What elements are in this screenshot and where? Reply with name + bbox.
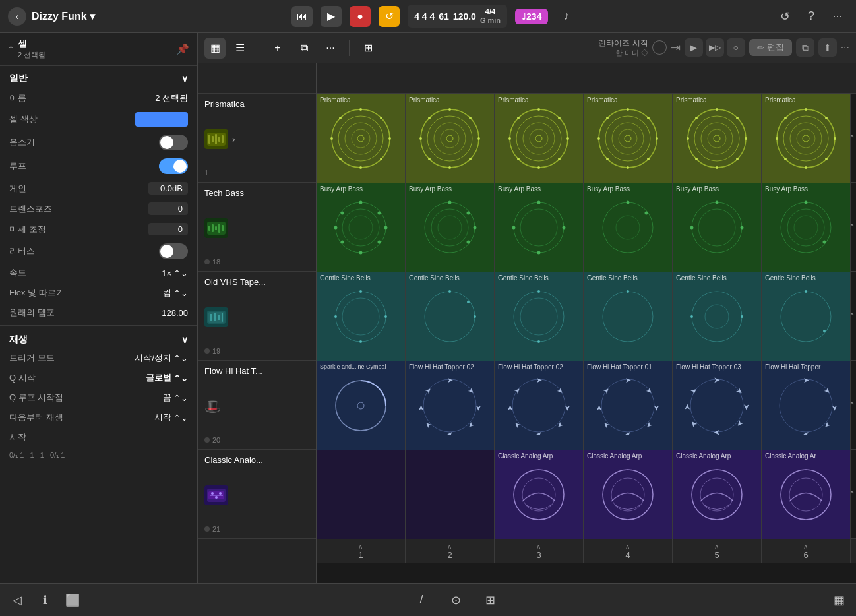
loop-button[interactable]: ↺ bbox=[379, 6, 400, 27]
cell-analog-6[interactable]: Classic Analog Ar bbox=[762, 450, 851, 539]
grid-view-button[interactable]: ▦ bbox=[204, 38, 226, 59]
pin-icon[interactable]: 📌 bbox=[176, 43, 189, 55]
cell-analog-2[interactable] bbox=[406, 450, 495, 539]
hint-arrow[interactable]: ⇥ bbox=[671, 40, 681, 55]
qloop-value[interactable]: 끔 ⌃⌄ bbox=[163, 392, 188, 404]
help-icon[interactable]: ? bbox=[801, 6, 822, 27]
list-view-button[interactable]: ☰ bbox=[229, 38, 251, 59]
play-sm-button[interactable]: ▶ bbox=[685, 38, 703, 57]
row-arrow-prismatica[interactable]: ⌃⌄ bbox=[851, 94, 856, 183]
cell-prismatica-2[interactable]: Prismatica bbox=[406, 94, 495, 183]
row-arrow-flowhihat[interactable]: ⌃⌄ bbox=[851, 361, 856, 450]
cell-bass-2[interactable]: Busy Arp Bass bbox=[406, 183, 495, 272]
mute-toggle[interactable] bbox=[159, 135, 188, 150]
play-chevron[interactable]: ∨ bbox=[181, 334, 188, 345]
cell-prismatica-4[interactable]: Prismatica bbox=[584, 94, 673, 183]
track-label-flowhihat[interactable]: Flow Hi Hat T... 🎩 20 bbox=[198, 361, 316, 450]
cell-bass-6[interactable]: Busy Arp Bass bbox=[762, 183, 851, 272]
cell-analog-3[interactable]: Classic Analog Arp bbox=[495, 450, 584, 539]
loop-toggle[interactable] bbox=[159, 158, 188, 174]
cell-analog-1[interactable] bbox=[317, 450, 406, 539]
record-sm-button[interactable]: ○ bbox=[727, 38, 745, 57]
track-label-techbass[interactable]: Tech Bass bbox=[198, 183, 316, 272]
cell-bass-3[interactable]: Busy Arp Bass bbox=[495, 183, 584, 272]
fine-value[interactable]: 0 bbox=[148, 223, 188, 235]
add-scene-button[interactable]: + bbox=[267, 38, 288, 59]
scene-num-2[interactable]: ∧2 bbox=[406, 539, 495, 563]
cell-flowhihat-2[interactable]: Flow Hi Hat Topper 02 ➤ ➤ ➤ ➤ ➤ bbox=[406, 361, 495, 450]
svg-point-123 bbox=[563, 226, 566, 229]
rewind-button[interactable]: ⏮ bbox=[291, 6, 313, 27]
share-button[interactable]: ⬆ bbox=[818, 38, 837, 57]
count-badge[interactable]: ♩234 bbox=[515, 9, 548, 24]
info-icon[interactable]: ℹ bbox=[34, 590, 55, 611]
cell-bass-5[interactable]: Busy Arp Bass bbox=[673, 183, 762, 272]
cell-prismatica-1[interactable]: Prismatica bbox=[317, 94, 406, 183]
cell-teal-6[interactable]: Gentle Sine Bells bbox=[762, 272, 851, 361]
reverb-toggle[interactable] bbox=[159, 243, 188, 259]
track-label-classicanalog[interactable]: Classic Analo... bbox=[198, 450, 316, 539]
cell-teal-3[interactable]: Gentle Sine Bells bbox=[495, 272, 584, 361]
cell-prismatica-3[interactable]: Prismatica bbox=[495, 94, 584, 183]
cell-teal-2[interactable]: Gentle Sine Bells bbox=[406, 272, 495, 361]
cell-prismatica-6[interactable]: Prismatica bbox=[762, 94, 851, 183]
svg-text:➤: ➤ bbox=[512, 420, 522, 430]
nextplay-value[interactable]: 시작 ⌃⌄ bbox=[154, 412, 188, 423]
cell-flowhihat-6[interactable]: Flow Hi Hal Topper ➤ ➤ ➤ ➤ ➤ bbox=[762, 361, 851, 450]
more-button[interactable]: ··· bbox=[320, 38, 341, 59]
mixer-icon[interactable]: ⊞ bbox=[479, 590, 501, 611]
nav-back-icon[interactable]: ◁ bbox=[7, 590, 28, 611]
play-button[interactable]: ▶ bbox=[321, 6, 342, 27]
scene-num-3[interactable]: ∧3 bbox=[495, 539, 584, 563]
cell-teal-1[interactable]: Gentle Sine Bells bbox=[317, 272, 406, 361]
scene-num-5[interactable]: ∧5 bbox=[673, 539, 762, 563]
brightness-icon[interactable]: ⊙ bbox=[445, 590, 466, 611]
color-swatch[interactable] bbox=[135, 112, 188, 127]
row-arrow-techbass[interactable]: ⌃⌄ bbox=[851, 183, 856, 272]
row-arrow-oldvhs[interactable]: ⌃⌄ bbox=[851, 272, 856, 361]
cell-bass-4[interactable]: Busy Arp Bass bbox=[584, 183, 673, 272]
svg-rect-16 bbox=[218, 315, 220, 320]
keyboard-icon[interactable]: ▦ bbox=[828, 590, 849, 611]
trigger-value[interactable]: 시작/정지 ⌃⌄ bbox=[135, 352, 188, 364]
general-chevron[interactable]: ∨ bbox=[181, 73, 188, 84]
cell-analog-4[interactable]: Classic Analog Arp bbox=[584, 450, 673, 539]
more-icon[interactable]: ··· bbox=[827, 6, 848, 27]
track-expand-prismatica[interactable]: › bbox=[232, 134, 235, 144]
hint-circle[interactable] bbox=[652, 40, 667, 55]
cell-analog-5[interactable]: Classic Analog Arp bbox=[673, 450, 762, 539]
cell-flowhihat-3[interactable]: Flow Hi Hat Topper 02 ➤ ➤ ➤ ➤ ➤ ➤ ➤ bbox=[495, 361, 584, 450]
svg-rect-7 bbox=[208, 226, 210, 231]
cell-flowhihat-5[interactable]: Flow Hi Hat Topper 03 ➤ ➤ ➤ ➤ ➤ ➤ ➤ bbox=[673, 361, 762, 450]
pencil-icon[interactable]: / bbox=[411, 590, 432, 611]
track-label-prismatica[interactable]: Prismatica › bbox=[198, 94, 316, 183]
dup-button[interactable]: ⧉ bbox=[293, 38, 315, 59]
gain-value[interactable]: 0.0dB bbox=[148, 182, 188, 195]
cell-flowhihat-4[interactable]: Flow Hi Hat Topper 01 ➤ ➤ ➤ ➤ ➤ ➤ ➤ bbox=[584, 361, 673, 450]
row-arrow-classicanalog[interactable]: ⌃⌄ bbox=[851, 450, 856, 539]
cell-teal-5[interactable]: Gentle Sine Bells bbox=[673, 272, 762, 361]
edit-button[interactable]: ✏ 편집 bbox=[749, 39, 792, 56]
scene-icon[interactable]: ⊞ bbox=[357, 38, 379, 59]
cell-prismatica-5[interactable]: Prismatica bbox=[673, 94, 762, 183]
flex-value[interactable]: 컴 ⌃⌄ bbox=[163, 287, 188, 299]
panel-icon[interactable]: ⬜ bbox=[62, 590, 83, 611]
history-icon[interactable]: ↺ bbox=[774, 6, 795, 27]
cell-bass-1[interactable]: Busy Arp Bass bbox=[317, 183, 406, 272]
copy-button[interactable]: ⧉ bbox=[796, 38, 814, 57]
project-name[interactable]: Dizzy Funk ▾ bbox=[32, 10, 95, 22]
record-button[interactable]: ● bbox=[350, 6, 371, 27]
qstart-value[interactable]: 글로벌 ⌃⌄ bbox=[146, 372, 188, 384]
scene-num-6[interactable]: ∧6 bbox=[762, 539, 851, 563]
track-label-oldvhs[interactable]: Old VHS Tape... bbox=[198, 272, 316, 361]
scene-num-4[interactable]: ∧4 bbox=[584, 539, 673, 563]
transpose-value[interactable]: 0 bbox=[148, 202, 188, 215]
metronome-icon[interactable]: ♪ bbox=[556, 6, 577, 27]
cell-sparkle-1[interactable]: Sparkle and...ine Cymbal bbox=[317, 361, 406, 450]
more-dots-button[interactable]: ··· bbox=[841, 42, 849, 53]
cell-teal-4[interactable]: Gentle Sine Bells bbox=[584, 272, 673, 361]
scene-num-1[interactable]: ∧1 bbox=[317, 539, 406, 563]
back-button[interactable]: ‹ bbox=[8, 7, 26, 26]
play-queue-button[interactable]: ▶▷ bbox=[706, 38, 724, 57]
speed-value[interactable]: 1× ⌃⌄ bbox=[162, 268, 188, 278]
